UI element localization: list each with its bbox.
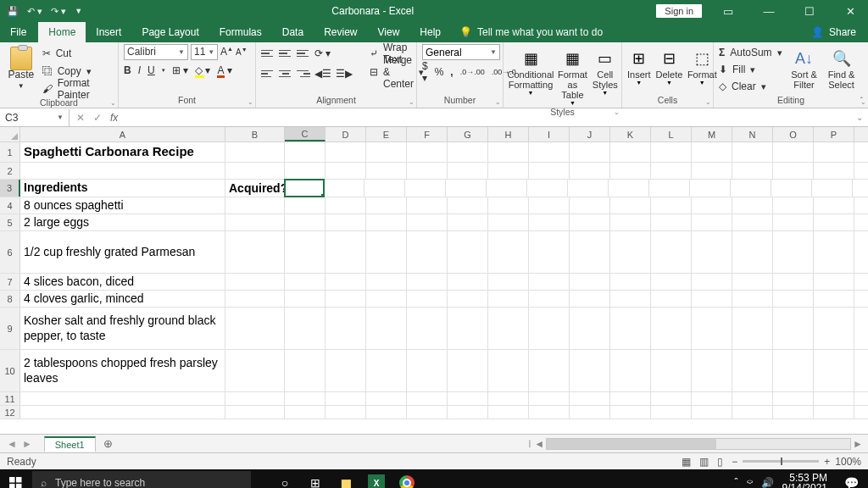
tab-review[interactable]: Review [314,22,367,42]
row-header[interactable]: 5 [0,214,20,230]
task-view-icon[interactable]: ⊞ [300,469,331,488]
cell[interactable] [225,197,285,214]
row-header[interactable]: 3 [0,180,20,197]
cell[interactable] [285,291,326,307]
tell-me[interactable]: 💡 Tell me what you want to do [451,22,611,42]
cell[interactable] [570,406,610,419]
paste-button[interactable]: Paste▼ [5,44,37,92]
cell[interactable] [20,163,225,179]
cell[interactable] [690,180,731,197]
cell[interactable] [732,406,773,419]
cell[interactable] [529,308,570,349]
zoom-slider[interactable] [743,460,819,463]
column-header[interactable]: D [326,127,366,141]
cell[interactable] [448,231,488,273]
cell[interactable] [326,214,366,230]
view-page-break-icon[interactable]: ▯ [717,456,723,468]
cell[interactable] [407,142,448,162]
decrease-font-icon[interactable]: A▼ [236,47,248,57]
cell[interactable] [326,392,366,405]
number-format-dropdown[interactable]: General▼ [422,44,500,60]
bold-button[interactable]: B [124,64,131,76]
cell[interactable] [610,291,651,307]
cell[interactable] [488,308,529,349]
cell[interactable] [407,163,448,179]
tab-page-layout[interactable]: Page Layout [131,22,209,42]
cell[interactable] [326,142,366,162]
cell[interactable] [285,392,326,405]
cell[interactable] [610,214,651,230]
cell[interactable] [326,197,366,214]
cell[interactable] [285,163,326,179]
cell[interactable] [732,308,773,349]
cell[interactable] [488,231,529,273]
qat-customize-icon[interactable]: ▼ [75,7,82,15]
cell[interactable] [407,291,448,307]
cell[interactable] [814,214,854,230]
cell[interactable] [529,142,570,162]
tab-formulas[interactable]: Formulas [209,22,272,42]
cell[interactable] [529,406,570,419]
cell[interactable] [529,197,570,214]
cell[interactable] [448,308,488,349]
row-header[interactable]: 11 [0,392,20,405]
cell[interactable] [326,163,366,179]
fill-button[interactable]: ⬇ Fill ▾ [719,62,782,77]
cell[interactable] [448,274,488,290]
cell[interactable] [570,231,610,273]
cell[interactable] [225,142,285,162]
comma-button[interactable]: , [450,66,453,78]
clear-button[interactable]: ◇ Clear ▾ [719,79,782,94]
cell[interactable] [285,214,326,230]
cell[interactable] [285,308,326,349]
cell[interactable] [732,197,773,214]
cell[interactable] [692,291,732,307]
cell[interactable] [610,197,651,214]
cell[interactable] [225,308,285,349]
cell[interactable] [225,231,285,273]
cell[interactable] [225,163,285,179]
cell[interactable] [488,197,529,214]
font-color-button[interactable]: A ▾ [217,64,231,76]
cell[interactable] [651,308,692,349]
cell[interactable] [609,180,649,197]
cell[interactable] [610,142,651,162]
horizontal-scrollbar[interactable] [546,438,851,450]
cell[interactable] [448,392,488,405]
font-size-dropdown[interactable]: 11▼ [191,44,218,60]
cell[interactable] [773,197,814,214]
cell[interactable] [366,350,407,391]
row-header[interactable]: 6 [0,231,20,273]
cell[interactable]: Ingredients [20,180,225,197]
cell[interactable] [407,274,448,290]
taskbar-search[interactable]: ⌕Type here to search [32,471,251,488]
cell[interactable] [326,308,366,349]
cell[interactable] [732,392,773,405]
fx-icon[interactable]: fx [110,112,118,124]
row-header[interactable]: 10 [0,350,20,391]
align-right-icon[interactable] [297,68,310,80]
cell[interactable] [692,214,732,230]
name-box[interactable]: C3▼ [0,109,70,126]
cell[interactable] [225,350,285,391]
cell[interactable] [407,350,448,391]
cell[interactable] [610,274,651,290]
cell[interactable] [488,214,529,230]
tab-home[interactable]: Home [38,22,86,42]
fill-color-button[interactable]: ◇ ▾ [195,64,210,76]
row-header[interactable]: 7 [0,274,20,290]
cell[interactable] [773,142,814,162]
excel-taskbar-icon[interactable]: X [361,469,392,488]
cell[interactable] [692,308,732,349]
cell[interactable] [773,392,814,405]
redo-icon[interactable]: ↷ ▾ [51,6,66,17]
cell[interactable] [692,197,732,214]
cell[interactable]: 2 tablespoons chopped fresh parsley leav… [20,350,225,391]
cell[interactable] [448,163,488,179]
cell[interactable] [570,163,610,179]
cell[interactable] [529,214,570,230]
cell[interactable]: Kosher salt and freshly ground black pep… [20,308,225,349]
format-cells-button[interactable]: ⬚Format▼ [687,44,716,86]
zoom-out-icon[interactable]: − [732,456,737,468]
cell[interactable] [448,197,488,214]
